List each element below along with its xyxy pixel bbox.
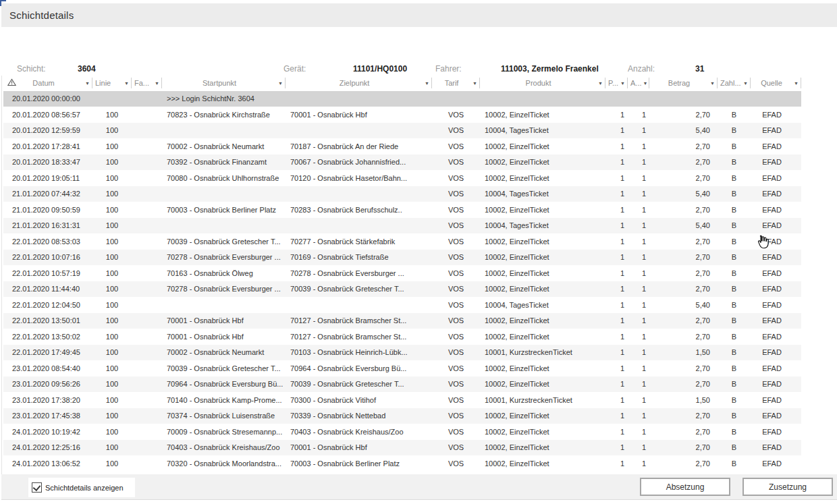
cell-datum: 24.01.2020 13:06:52 <box>3 456 92 472</box>
column-header-p[interactable]: P...▼ <box>605 76 628 90</box>
table-row[interactable]: 20.01.2020 12:59:59100VOS10004, TagesTic… <box>3 123 801 139</box>
table-row-selected[interactable]: 20.01.2020 00:00:00>>> Login SchichtNr. … <box>3 91 801 107</box>
cell-tarif: VOS <box>432 107 480 123</box>
column-header-linie[interactable]: Linie▼ <box>92 76 132 90</box>
sort-dropdown-icon[interactable]: ▼ <box>597 81 605 86</box>
table-row[interactable]: 21.01.2020 16:31:31100VOS10004, TagesTic… <box>3 218 801 234</box>
cell-quelle: EFAD <box>751 313 801 329</box>
schichtdetails-window: { "title": "Schichtdetails", "info": { "… <box>0 0 837 504</box>
table-row[interactable]: 22.01.2020 10:57:1910070163 - Osnabrück … <box>3 266 801 282</box>
cell-datum: 20.01.2020 08:56:57 <box>3 107 92 123</box>
table-row[interactable]: 23.01.2020 17:38:2010070140 - Osnabrück … <box>3 393 801 409</box>
column-header-fa[interactable]: Fa...▼ <box>132 76 162 90</box>
column-header-betrag[interactable]: Betrag▼ <box>649 76 718 90</box>
table-row[interactable]: 22.01.2020 13:50:0210070001 - Osnabrück … <box>3 329 801 345</box>
cell-startpunkt <box>162 298 286 313</box>
table-row[interactable]: 24.01.2020 12:25:1610070403 - Osnabrück … <box>3 440 801 456</box>
table-row[interactable]: 24.01.2020 13:06:5210070320 - Osnabrück … <box>3 456 801 472</box>
cell-tarif: VOS <box>432 376 480 392</box>
cell-fa <box>132 171 162 186</box>
cell-zielpunkt: 70001 - Osnabrück Hbf <box>286 107 432 123</box>
zusetzung-button[interactable]: Zusetzung <box>742 478 833 496</box>
column-header-produkt[interactable]: Produkt▼ <box>480 76 605 90</box>
cell-datum: 21.01.2020 07:44:32 <box>3 186 92 202</box>
cell-linie <box>92 91 132 107</box>
column-header-tarif[interactable]: Tarif▼ <box>432 76 480 90</box>
cell-zahl: B <box>718 408 751 424</box>
sort-dropdown-icon[interactable]: ▼ <box>471 81 480 86</box>
cell-a: 1 <box>628 298 649 313</box>
absetzung-button[interactable]: Absetzung <box>640 478 730 496</box>
cell-zielpunkt <box>286 123 432 138</box>
table-row[interactable]: 24.01.2020 10:19:4210070009 - Osnabrück … <box>3 424 801 441</box>
cell-p: 1 <box>605 313 628 329</box>
cell-linie: 100 <box>92 376 132 392</box>
column-header-label: Quelle <box>751 79 792 87</box>
table-row[interactable]: 22.01.2020 11:44:4010070278 - Osnabrück … <box>3 281 801 298</box>
cell-quelle: EFAD <box>751 361 801 376</box>
table-row[interactable]: 22.01.2020 17:49:4510070002 - Osnabrück … <box>3 345 801 361</box>
cell-zielpunkt: 70300 - Osnabrück Vitihof <box>286 393 432 408</box>
table-header: Datum▼Linie▼Fa...▼Startpunkt▼Zielpunkt▼T… <box>3 76 801 90</box>
column-header-zahl[interactable]: Zahl...▼ <box>718 76 751 90</box>
table-row[interactable]: 20.01.2020 17:28:4110070002 - Osnabrück … <box>3 139 801 155</box>
sort-dropdown-icon[interactable]: ▼ <box>642 81 649 86</box>
table-row[interactable]: 22.01.2020 13:50:0110070001 - Osnabrück … <box>3 313 801 329</box>
cell-zielpunkt <box>286 91 432 107</box>
table-row[interactable]: 21.01.2020 07:44:32100VOS10004, TagesTic… <box>3 186 801 202</box>
table-row[interactable]: 20.01.2020 19:05:1110070080 - Osnabrück … <box>3 171 801 187</box>
cell-produkt: 10002, EinzelTicket <box>480 376 605 392</box>
column-header-quelle[interactable]: Quelle▼ <box>751 76 801 90</box>
cell-quelle: EFAD <box>751 107 801 123</box>
show-details-checkbox-group: Schichtdetails anzeigen <box>28 478 135 497</box>
cell-zahl: B <box>718 393 751 408</box>
cell-tarif: VOS <box>432 298 480 313</box>
cell-zahl: B <box>718 155 751 170</box>
table-row[interactable]: 21.01.2020 09:50:5910070003 - Osnabrück … <box>3 202 801 219</box>
cell-produkt: 10002, EinzelTicket <box>480 202 605 218</box>
cell-p: 1 <box>605 202 628 218</box>
cell-datum: 22.01.2020 10:57:19 <box>3 266 92 281</box>
sort-dropdown-icon[interactable]: ▼ <box>123 81 132 86</box>
cell-linie: 100 <box>92 393 132 408</box>
table-row[interactable]: 22.01.2020 08:53:0310070039 - Osnabrück … <box>3 234 801 250</box>
cell-betrag: 2,70 <box>649 250 718 265</box>
sort-dropdown-icon[interactable]: ▼ <box>709 81 718 86</box>
sort-dropdown-icon[interactable]: ▼ <box>153 81 162 86</box>
column-header-a[interactable]: A...▼ <box>628 76 649 90</box>
column-header-datum[interactable]: Datum▼ <box>3 76 92 90</box>
cell-p: 1 <box>605 218 628 233</box>
table-row[interactable]: 23.01.2020 09:56:2610070964 - Osnabrück … <box>3 376 801 393</box>
column-header-zielpunkt[interactable]: Zielpunkt▼ <box>286 76 432 90</box>
cell-quelle: EFAD <box>751 202 801 218</box>
table-row[interactable]: 20.01.2020 18:33:4710070392 - Osnabrück … <box>3 155 801 171</box>
page-title: Schichtdetails <box>9 9 74 21</box>
show-details-checkbox[interactable] <box>32 482 42 493</box>
cell-a: 1 <box>628 123 649 138</box>
shift-info-panel: Schicht: 3604 Schicht-Kennz.: HQ01002020… <box>0 27 837 76</box>
cell-p: 1 <box>605 155 628 170</box>
cell-a: 1 <box>628 186 649 202</box>
cell-quelle: EFAD <box>751 456 801 472</box>
cell-datum: 23.01.2020 17:45:38 <box>3 408 92 424</box>
sort-dropdown-icon[interactable]: ▼ <box>84 81 92 86</box>
table-row[interactable]: 23.01.2020 17:45:3810070374 - Osnabrück … <box>3 408 801 424</box>
sort-dropdown-icon[interactable]: ▼ <box>423 81 432 86</box>
column-header-startpunkt[interactable]: Startpunkt▼ <box>162 76 286 90</box>
cell-p: 1 <box>605 266 628 281</box>
sort-dropdown-icon[interactable]: ▼ <box>792 81 801 86</box>
sort-dropdown-icon[interactable]: ▼ <box>277 81 286 86</box>
cell-tarif: VOS <box>432 218 480 233</box>
sort-dropdown-icon[interactable]: ▼ <box>619 81 628 86</box>
table-row[interactable]: 23.01.2020 08:54:4010070039 - Osnabrück … <box>3 361 801 377</box>
cell-datum: 21.01.2020 09:50:59 <box>3 202 92 218</box>
table-row[interactable]: 22.01.2020 12:04:50100VOS10004, TagesTic… <box>3 298 801 314</box>
table-row[interactable]: 20.01.2020 08:56:5710070823 - Osnabrück … <box>3 107 801 123</box>
table-row[interactable]: 22.01.2020 10:07:1610070278 - Osnabrück … <box>3 250 801 266</box>
cell-zahl: B <box>718 266 751 281</box>
cell-startpunkt: 70080 - Osnabrück Uhlhornstraße <box>162 171 286 186</box>
sort-dropdown-icon[interactable]: ▼ <box>742 81 751 86</box>
cell-linie: 100 <box>92 281 132 297</box>
cell-produkt: 10002, EinzelTicket <box>480 234 605 250</box>
cell-quelle: EFAD <box>751 186 801 202</box>
